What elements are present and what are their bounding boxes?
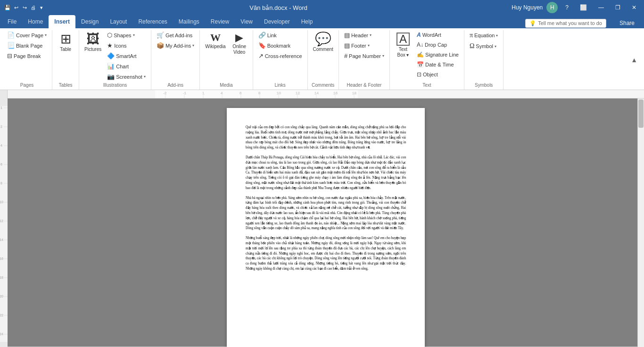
- text-group-content: A TextBox ▾ A WordArt A↓ Drop Cap ✍ Sign…: [393, 30, 461, 82]
- dropcap-label: Drop Cap: [425, 42, 447, 48]
- tab-view[interactable]: View: [235, 15, 258, 28]
- smartart-button[interactable]: 🔷 SmartArt: [105, 51, 148, 61]
- save-icon[interactable]: 💾: [4, 4, 11, 11]
- ribbon-group-illustrations: 🖼 Pictures ⬡ Shapes ▾ ★ Icons 🔷 SmartArt: [79, 30, 151, 90]
- ruler-area: -2 -1 1 4 6 8 10 12 14 16 18: [0, 90, 644, 99]
- footer-button[interactable]: ▤ Footer ▾: [342, 41, 387, 50]
- tab-home[interactable]: Home: [22, 15, 49, 28]
- tab-design[interactable]: Design: [75, 15, 104, 28]
- help-button[interactable]: ?: [561, 2, 572, 13]
- screenshot-icon: 📷: [107, 73, 115, 80]
- header-footer-group-label: Header & Footer: [342, 82, 387, 90]
- ruler-corner: [0, 90, 8, 99]
- symbol-button[interactable]: Ω Symbol ▾: [467, 41, 501, 51]
- my-addins-button[interactable]: 📦 My Add-ins ▾: [154, 41, 197, 50]
- avatar[interactable]: H: [546, 2, 558, 13]
- equation-button[interactable]: π Equation ▾: [467, 30, 501, 41]
- print-icon[interactable]: 🖨: [29, 4, 37, 11]
- sigline-icon: ✍: [417, 51, 424, 58]
- table-button[interactable]: ⊞ Table: [55, 30, 76, 55]
- addins-group-label: Add-ins: [154, 82, 197, 90]
- pictures-label: Pictures: [84, 47, 101, 52]
- smartart-label: SmartArt: [116, 53, 136, 59]
- dropcap-button[interactable]: A↓ Drop Cap: [414, 40, 461, 50]
- tab-file[interactable]: File: [2, 15, 22, 28]
- wordart-button[interactable]: A WordArt: [414, 30, 461, 40]
- title-bar: 💾 ↩ ↪ 🖨 ▾ Văn bản.docx - Word Huy Nguyen…: [0, 0, 644, 15]
- tab-mailings[interactable]: Mailings: [173, 15, 205, 28]
- cover-page-button[interactable]: 📄 Cover Page ▾: [5, 30, 49, 40]
- date-icon: 📅: [417, 61, 424, 68]
- ribbon-group-tables: ⊞ Table Tables: [52, 30, 79, 90]
- link-button[interactable]: 🔗 Link: [256, 30, 305, 40]
- close-button[interactable]: ✕: [628, 2, 640, 13]
- header-icon: ▤: [344, 32, 350, 39]
- restore-button[interactable]: ❐: [611, 2, 624, 13]
- shapes-button[interactable]: ⬡ Shapes ▾: [105, 30, 148, 40]
- object-button[interactable]: ⊡ Object: [414, 70, 461, 79]
- document-page: Quê nội của em đẹp bởi có con sông chảy …: [227, 108, 425, 347]
- pictures-icon: 🖼: [86, 33, 99, 46]
- get-addins-icon: 🛒: [157, 32, 164, 39]
- symbols-group-label: Symbols: [467, 82, 501, 90]
- vertical-scrollbar[interactable]: [637, 99, 644, 347]
- pictures-button[interactable]: 🖼 Pictures: [82, 30, 104, 55]
- redo-icon[interactable]: ↪: [21, 4, 28, 11]
- wikipedia-button[interactable]: W Wikipedia: [203, 30, 228, 52]
- ribbon-group-comments: 💬 Comment Comments: [308, 30, 339, 90]
- header-button[interactable]: ▤ Header ▾: [342, 30, 387, 40]
- tab-references[interactable]: References: [132, 15, 173, 28]
- smartart-icon: 🔷: [107, 52, 115, 59]
- comment-button[interactable]: 💬 Comment: [311, 30, 336, 55]
- lightbulb-icon: 💡: [529, 20, 536, 26]
- equation-icon: π: [470, 32, 473, 39]
- media-group-content: W Wikipedia ▶ OnlineVideo: [203, 30, 249, 82]
- media-group-label: Media: [203, 82, 249, 90]
- links-group-content: 🔗 Link 🔖 Bookmark ↗ Cross-reference: [256, 30, 305, 82]
- tab-layout[interactable]: Layout: [104, 15, 132, 28]
- text-group-label: Text: [393, 82, 461, 90]
- user-name: Huy Nguyen: [512, 4, 543, 11]
- ribbon-group-pages: 📄 Cover Page ▾ 📃 Blank Page ⊟ Page Break…: [2, 30, 52, 90]
- chart-button[interactable]: 📊 Chart: [105, 61, 148, 71]
- comments-group-content: 💬 Comment: [311, 30, 336, 82]
- tab-insert[interactable]: Insert: [49, 15, 75, 28]
- tab-review[interactable]: Review: [205, 15, 235, 28]
- blank-page-button[interactable]: 📃 Blank Page: [5, 41, 49, 50]
- svg-rect-23: [155, 90, 358, 99]
- collapse-ribbon-button[interactable]: ▲: [630, 55, 638, 65]
- get-addins-button[interactable]: 🛒 Get Add-ins: [154, 30, 197, 40]
- tab-help[interactable]: Help: [296, 15, 319, 28]
- tab-developer[interactable]: Developer: [258, 15, 296, 28]
- online-video-button[interactable]: ▶ OnlineVideo: [229, 30, 250, 58]
- symbol-icon: Ω: [470, 42, 474, 50]
- icons-label: Icons: [114, 43, 126, 49]
- bookmark-button[interactable]: 🔖 Bookmark: [256, 41, 305, 50]
- date-button[interactable]: 📅 Date & Time: [414, 60, 461, 69]
- page-number-button[interactable]: # Page Number ▾: [342, 51, 387, 61]
- cover-page-label: Cover Page: [16, 33, 43, 38]
- sigline-button[interactable]: ✍ Signature Line: [414, 50, 461, 59]
- window-title: Văn bản.docx - Word: [249, 4, 307, 11]
- customize-qa-icon[interactable]: ▾: [38, 4, 45, 11]
- undo-icon[interactable]: ↩: [12, 4, 20, 11]
- blank-page-icon: 📃: [7, 42, 15, 49]
- addins-small-col: 🛒 Get Add-ins 📦 My Add-ins ▾: [154, 30, 197, 50]
- ribbon-right: ▲: [630, 30, 642, 90]
- text-small-col: A WordArt A↓ Drop Cap ✍ Signature Line 📅…: [414, 30, 461, 79]
- page-break-button[interactable]: ⊟ Page Break: [5, 51, 49, 61]
- ribbon-group-symbols: π Equation ▾ Ω Symbol ▾ Symbols: [464, 30, 504, 90]
- minimize-button[interactable]: —: [594, 2, 608, 13]
- share-button[interactable]: Share: [614, 18, 640, 28]
- text-box-icon: A: [396, 33, 410, 46]
- symbols-small-col: π Equation ▾ Ω Symbol ▾: [467, 30, 501, 51]
- vertical-scroll-thumb[interactable]: [638, 99, 644, 128]
- cross-reference-button[interactable]: ↗ Cross-reference: [256, 51, 305, 61]
- header-label: Header: [351, 33, 368, 38]
- text-box-button[interactable]: A TextBox ▾: [393, 30, 413, 60]
- screenshot-button[interactable]: 📷 Screenshot ▾: [105, 72, 148, 82]
- page-break-label: Page Break: [14, 53, 41, 59]
- ribbon-options-button[interactable]: ⬜: [576, 2, 591, 13]
- tell-me-input[interactable]: 💡 Tell me what you want to do: [525, 19, 606, 28]
- icons-button[interactable]: ★ Icons: [105, 41, 148, 50]
